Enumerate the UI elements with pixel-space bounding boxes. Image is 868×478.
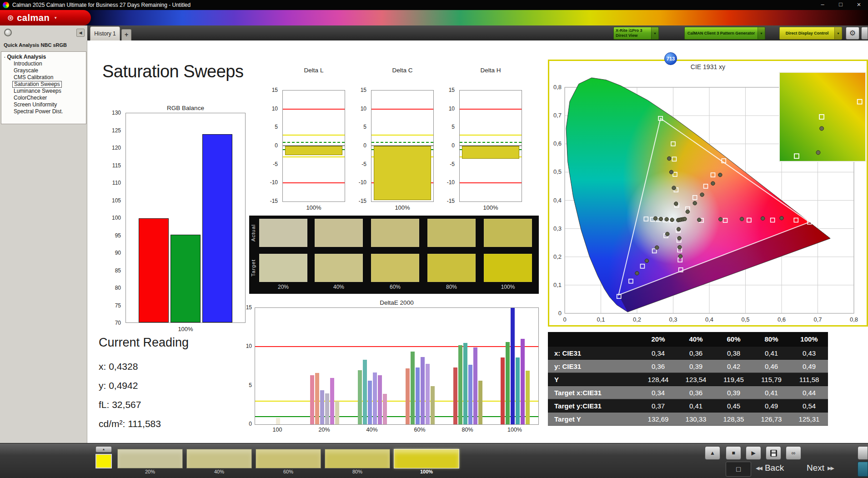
pattern-generator-name: CalMAN Client 3 Pattern Generator bbox=[685, 27, 758, 39]
cell-value: 0,46 bbox=[753, 362, 790, 370]
sidebar-item-luminance-sweeps[interactable]: Luminance Sweeps bbox=[12, 88, 63, 95]
deltae-bar bbox=[468, 365, 472, 424]
reading-value: x: 0,4328 bbox=[99, 357, 189, 376]
meter-selector[interactable]: X-Rite i1Pro 3 Direct View ▼ bbox=[613, 27, 659, 40]
pattern-swatch-40%[interactable]: 40% bbox=[186, 449, 252, 475]
pattern-swatch-20%[interactable]: 20% bbox=[117, 449, 183, 475]
measured-marker bbox=[697, 218, 701, 221]
y-axis: 151050-5-10-15 bbox=[350, 90, 369, 202]
reference-line bbox=[283, 142, 345, 143]
deltae-bar bbox=[406, 368, 410, 424]
nav-circle-button[interactable] bbox=[4, 29, 12, 36]
display-control-name: Direct Display Control bbox=[780, 27, 834, 39]
sidebar-item-colorchecker[interactable]: ColorChecker bbox=[12, 95, 48, 101]
logo-dropdown-icon: ▼ bbox=[54, 16, 57, 20]
deltae-bar bbox=[320, 390, 324, 424]
cell-value: 128,44 bbox=[639, 376, 677, 383]
window-close-button[interactable]: × bbox=[850, 0, 868, 10]
cell-value: 115,79 bbox=[753, 376, 790, 383]
actual-swatch-100% bbox=[484, 219, 532, 247]
measured-marker bbox=[674, 202, 678, 206]
reference-line bbox=[255, 346, 538, 347]
pattern-window-button[interactable]: □ bbox=[726, 462, 751, 477]
partial-bottom-panel[interactable] bbox=[858, 462, 868, 477]
swatch-color bbox=[186, 449, 252, 468]
window-titlebar: Calman 2025 Calman Ultimate for Business… bbox=[0, 0, 868, 10]
stop-button[interactable]: ■ bbox=[726, 446, 741, 460]
y-axis: 151050-5-10-15 bbox=[438, 90, 457, 202]
calman-logo-icon: ⊛ bbox=[7, 14, 14, 22]
y-tick-label: 85 bbox=[115, 267, 121, 274]
window-minimize-button[interactable]: – bbox=[813, 0, 832, 10]
column-header: 20% bbox=[639, 335, 677, 343]
pattern-dropdown-icon[interactable]: ▼ bbox=[758, 27, 765, 39]
patch-eject-button[interactable]: ▲ bbox=[95, 446, 112, 453]
back-button[interactable]: ◀◀ Back bbox=[756, 463, 784, 473]
sidebar-item-introduction[interactable]: Introduction bbox=[12, 60, 44, 67]
display-dropdown-icon[interactable]: ▼ bbox=[834, 27, 842, 39]
y-tick-label: -15 bbox=[359, 198, 366, 204]
measured-marker bbox=[659, 217, 662, 221]
bar-green bbox=[171, 235, 201, 322]
add-tab-button[interactable]: + bbox=[121, 29, 131, 40]
actual-swatch-20% bbox=[259, 219, 307, 247]
y-tick-label: 0,5 bbox=[553, 168, 562, 175]
meter-dropdown-icon[interactable]: ▼ bbox=[651, 27, 658, 39]
workflow-title: Quick Analysis NBC sRGB bbox=[4, 42, 67, 48]
sidebar-item-saturation-sweeps[interactable]: Saturation Sweeps bbox=[12, 81, 62, 88]
deltae-bar bbox=[426, 364, 430, 424]
x-tick-label: 80% bbox=[462, 427, 473, 433]
tab-history-1[interactable]: History 1 bbox=[90, 26, 120, 40]
pattern-generator-selector[interactable]: CalMAN Client 3 Pattern Generator ▼ bbox=[684, 27, 765, 40]
deltae-bar bbox=[378, 375, 382, 424]
delta-bar bbox=[285, 146, 342, 155]
swatch-column-label: 40% bbox=[333, 284, 344, 290]
reading-value: cd/m²: 111,583 bbox=[99, 414, 189, 433]
cell-value: 123,54 bbox=[677, 376, 715, 383]
cell-value: 111,58 bbox=[790, 376, 828, 383]
swatch-color bbox=[256, 449, 321, 468]
loop-button[interactable]: ∞ bbox=[786, 446, 801, 460]
chart-title: Delta C bbox=[371, 67, 434, 74]
cie-values-table: 20%40%60%80%100%x: CIE310,340,360,380,41… bbox=[548, 332, 828, 426]
next-button[interactable]: Next ▶▶ bbox=[807, 463, 833, 473]
calman-logo-button[interactable]: ⊛ calman ▼ bbox=[0, 10, 91, 25]
deltae-bar bbox=[463, 343, 467, 424]
pattern-swatch-100%[interactable]: 100% bbox=[394, 449, 459, 475]
y-tick-label: 120 bbox=[112, 145, 121, 151]
settings-gear-button[interactable]: ⚙ bbox=[846, 27, 859, 40]
sidebar-item-screen-uniformity[interactable]: Screen Uniformity bbox=[12, 101, 58, 108]
y-tick-label: 15 bbox=[449, 87, 455, 93]
tree-root-label[interactable]: Quick Analysis bbox=[7, 54, 46, 60]
window-maximize-button[interactable]: □ bbox=[832, 0, 850, 10]
sidebar-item-spectral-power-dist-[interactable]: Spectral Power Dist. bbox=[12, 108, 65, 115]
cie-1931-diagram: 00,10,20,30,40,50,60,70,800,10,20,30,40,… bbox=[549, 61, 867, 325]
chart-title: DeltaE 2000 bbox=[255, 299, 539, 306]
pattern-swatch-80%[interactable]: 80% bbox=[325, 449, 390, 475]
deltae-bar bbox=[411, 352, 415, 424]
y-tick-label: 5 bbox=[452, 124, 455, 130]
pattern-swatch-60%[interactable]: 60% bbox=[256, 449, 321, 475]
workflow-tree: ▪ Quick Analysis IntroductionGrayscaleCM… bbox=[1, 51, 86, 124]
tree-root-row[interactable]: ▪ Quick Analysis bbox=[4, 54, 85, 60]
save-button[interactable] bbox=[766, 446, 781, 460]
calman-app: Calman 2025 Calman Ultimate for Business… bbox=[0, 0, 868, 478]
sidebar-item-cms-calibration[interactable]: CMS Calibration bbox=[12, 74, 55, 81]
tree-expand-icon[interactable]: ▪ bbox=[4, 54, 5, 60]
sidebar-item-grayscale[interactable]: Grayscale bbox=[12, 67, 40, 74]
partial-bottom-button[interactable] bbox=[858, 446, 868, 460]
sidebar-collapse-button[interactable]: ◀ bbox=[76, 29, 85, 37]
eject-button[interactable]: ▲ bbox=[705, 446, 720, 460]
cell-value: 0,34 bbox=[639, 389, 677, 397]
current-reading-values: x: 0,4328y: 0,4942fL: 32,567cd/m²: 111,5… bbox=[99, 357, 189, 433]
reference-line bbox=[371, 142, 433, 143]
play-button[interactable]: ▶ bbox=[746, 446, 761, 460]
x-tick-label: 60% bbox=[414, 427, 425, 433]
delta-bar bbox=[374, 146, 431, 200]
cell-value: 0,39 bbox=[715, 389, 753, 397]
display-control-selector[interactable]: Direct Display Control ▼ bbox=[779, 27, 842, 40]
partial-toolbar-button[interactable] bbox=[861, 27, 868, 40]
measured-marker bbox=[665, 217, 668, 221]
reference-line bbox=[460, 142, 522, 143]
cell-value: 0,41 bbox=[677, 402, 715, 410]
